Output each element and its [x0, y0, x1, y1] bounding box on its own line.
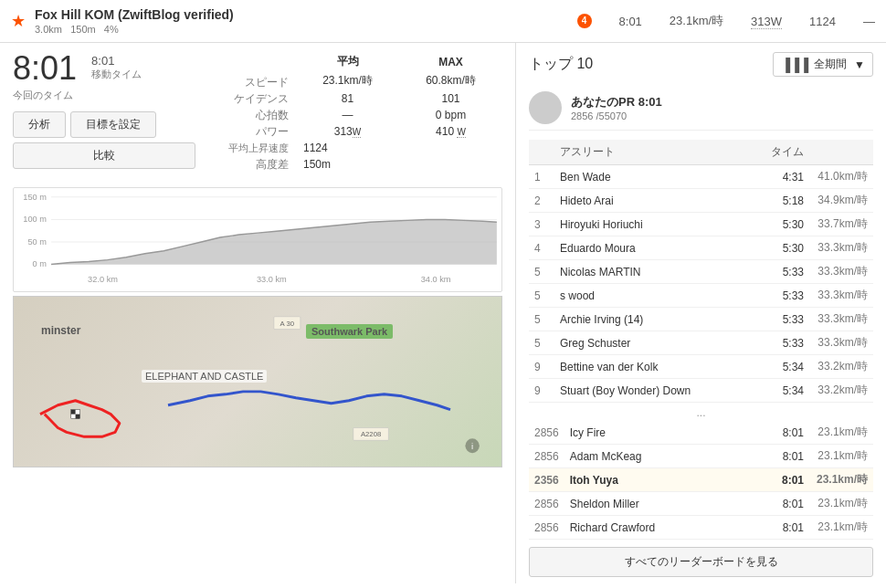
svg-text:150 m: 150 m [23, 193, 47, 202]
rank-cell: 5 [529, 284, 554, 308]
svg-rect-18 [76, 415, 80, 419]
athlete-cell: Eduardo Moura [554, 236, 765, 260]
rank-cell: 2856 [529, 421, 564, 445]
rank-cell: 2356 [529, 468, 564, 492]
table-row: 5 Nicolas MARTIN 5:33 33.3km/時 [529, 260, 873, 284]
route-svg: A2208 A 30 i [14, 297, 501, 467]
power-max: 410 W [399, 123, 502, 140]
athlete-cell: Bettine van der Kolk [554, 355, 765, 379]
move-time: 8:01 移動タイム [91, 52, 142, 81]
speed-cell: 23.1km/時 [809, 516, 873, 540]
bottom-entry-row: 2356 Itoh Yuya 8:01 23.1km/時 [529, 468, 873, 492]
hr-avg: — [296, 107, 399, 123]
speed-cell: 23.1km/時 [809, 445, 873, 468]
pr-rank: 2856 /55070 [571, 110, 662, 121]
hr-max: 0 bpm [399, 107, 502, 123]
time-cell: 5:30 [765, 236, 809, 260]
svg-text:32.0 km: 32.0 km [88, 275, 118, 284]
speed-max: 60.8km/時 [399, 71, 502, 90]
speed-cell: 33.2km/時 [809, 379, 873, 403]
chart-svg: 150 m 100 m 50 m 0 m 32.0 km 33.0 km 34.… [14, 188, 501, 291]
cadence-label: ケイデンス [214, 90, 296, 107]
page-header: ★ Fox Hill KOM (ZwiftBlog verified) 3.0k… [0, 0, 886, 43]
bottom-entry-row: 2856 Adam McKeag 8:01 23.1km/時 [529, 445, 873, 468]
power-label: パワー [214, 123, 296, 140]
time-cell: 5:34 [765, 355, 809, 379]
main-content: 8:01 今回のタイム 8:01 移動タイム 分析 目標を設定 比較 [0, 43, 886, 583]
speed-cell: 23.1km/時 [809, 468, 873, 492]
table-row: 9 Bettine van der Kolk 5:34 33.2km/時 [529, 355, 873, 379]
col-max-header: MAX [399, 52, 502, 71]
rank-cell: 2856 [529, 516, 564, 540]
rank-cell: 5 [529, 260, 554, 284]
chevron-down-icon: ▼ [854, 58, 865, 71]
time-cell: 8:01 [765, 468, 809, 492]
athlete-cell: Sheldon Miller [564, 492, 765, 516]
elev-label: 高度差 [214, 156, 296, 173]
athlete-cell: Greg Schuster [554, 331, 765, 355]
svg-text:33.0 km: 33.0 km [257, 275, 287, 284]
move-time-label: 移動タイム [91, 68, 142, 81]
time-cell: 8:01 [765, 445, 809, 468]
athlete-cell: Hideto Arai [554, 189, 765, 213]
table-row: 9 Stuart (Boy Wonder) Down 5:34 33.2km/時 [529, 379, 873, 403]
bottom-entries-body: 2856 Icy Fire 8:01 23.1km/時 2856 Adam Mc… [529, 421, 873, 540]
time-cell: 5:34 [765, 379, 809, 403]
see-all-button[interactable]: すべてのリーダーボードを見る [529, 547, 873, 577]
set-goal-button[interactable]: 目標を設定 [70, 111, 156, 138]
speed-cell: 33.7km/時 [809, 213, 873, 236]
time-cell: 8:01 [765, 421, 809, 445]
rank-cell: 3 [529, 213, 554, 236]
pr-info: あなたのPR 8:01 2856 /55070 [571, 94, 662, 121]
table-row: 3 Hiroyuki Horiuchi 5:30 33.7km/時 [529, 213, 873, 236]
analysis-button[interactable]: 分析 [13, 111, 66, 138]
power-avg: 313W [296, 123, 399, 140]
header-stats: 4 8:01 23.1km/時 313W 1124 — [574, 13, 875, 29]
big-time: 8:01 [13, 52, 77, 85]
bottom-entry-row: 2856 Icy Fire 8:01 23.1km/時 [529, 421, 873, 445]
time-cell: 8:01 [765, 492, 809, 516]
speed-cell: 33.3km/時 [809, 284, 873, 308]
svg-text:i: i [471, 441, 473, 451]
period-label: 全期間 [814, 57, 847, 72]
map-bg: minster ELEPHANT AND CASTLE Southwark Pa… [14, 297, 501, 467]
header-rank: 1124 [809, 15, 836, 28]
rank-cell: 5 [529, 331, 554, 355]
time-cell: 4:31 [765, 165, 809, 189]
table-row: 5 s wood 5:33 33.3km/時 [529, 284, 873, 308]
leaderboard-table: アスリート タイム 1 Ben Wade 4:31 41.0km/時 2 Hid… [529, 140, 873, 403]
rank-cell: 5 [529, 308, 554, 331]
time-cell: 5:33 [765, 331, 809, 355]
speed-col-header [809, 140, 873, 165]
rank-cell: 1 [529, 165, 554, 189]
compare-button[interactable]: 比較 [13, 142, 195, 169]
time-cell: 5:30 [765, 213, 809, 236]
speed-cell: 23.1km/時 [809, 421, 873, 445]
speed-cell: 33.2km/時 [809, 355, 873, 379]
svg-text:A 30: A 30 [280, 320, 295, 328]
time-cell: 5:33 [765, 284, 809, 308]
athlete-cell: Richard Crawford [564, 516, 765, 540]
athlete-cell: Ben Wade [554, 165, 765, 189]
rank-cell: 4 [529, 236, 554, 260]
star-icon[interactable]: ★ [11, 11, 26, 31]
rank-cell: 2856 [529, 445, 564, 468]
speed-cell: 33.3km/時 [809, 236, 873, 260]
header-power: 313W [751, 15, 782, 28]
time-label: 今回のタイム [13, 89, 77, 102]
dots-row: ... [529, 404, 873, 421]
rank-badge: 4 [577, 14, 592, 28]
pr-label: あなたのPR 8:01 [571, 94, 662, 110]
athlete-cell: Hiroyuki Horiuchi [554, 213, 765, 236]
right-panel: トップ 10 ▐▐▐ 全期間 ▼ あなたのPR 8:01 2856 /55070… [516, 43, 886, 583]
period-select[interactable]: ▐▐▐ 全期間 ▼ [773, 52, 873, 77]
athlete-cell: Archie Irving (14) [554, 308, 765, 331]
segment-info: Fox Hill KOM (ZwiftBlog verified) 3.0km … [35, 7, 234, 35]
rank-col-header [529, 140, 554, 165]
time-cell: 8:01 [765, 516, 809, 540]
segment-meta: 3.0km 150m 4% [35, 24, 234, 35]
pr-avatar [529, 91, 562, 124]
segment-elevation: 150m [70, 24, 96, 35]
athlete-cell: Itoh Yuya [564, 468, 765, 492]
time-cell: 5:33 [765, 308, 809, 331]
